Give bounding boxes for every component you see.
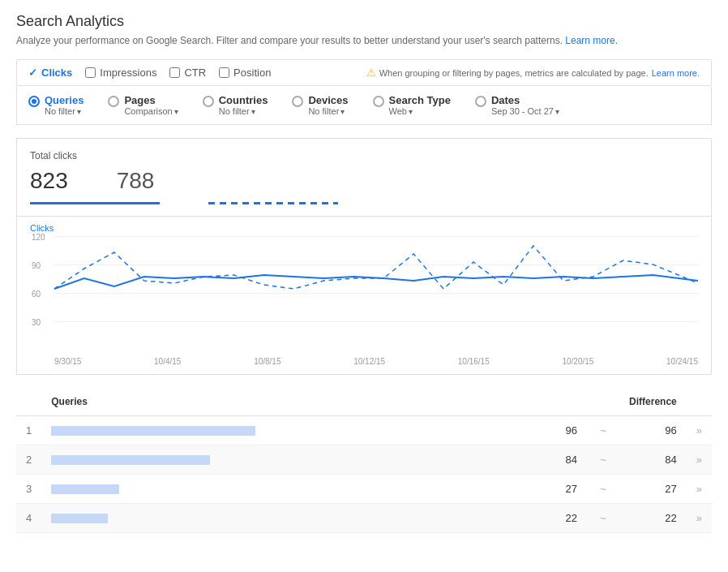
row-diff-2: 27: [619, 475, 687, 504]
groupby-devices[interactable]: Devices No filter ▾: [292, 94, 348, 116]
y-tick-60: 60: [32, 290, 41, 299]
stats-values: 823 788: [30, 168, 698, 194]
row-diff-1: 84: [619, 445, 687, 475]
dates-filter[interactable]: Sep 30 - Oct 27 ▾: [491, 106, 559, 116]
x-labels: 9/30/15 10/4/15 10/8/15 10/12/15 10/16/1…: [54, 357, 698, 366]
query-bar-wrap-0: [51, 426, 278, 436]
row-val1-3: 22: [522, 504, 587, 533]
total-clicks-label: Total clicks: [30, 150, 698, 161]
groupby-bar: Queries No filter ▾ Pages Comparison ▾ C…: [16, 86, 712, 125]
row-tilde-3: ~: [587, 504, 619, 533]
check-icon: ✓: [28, 67, 37, 79]
row-tilde-2: ~: [587, 475, 619, 504]
page-subtitle: Analyze your performance on Google Searc…: [16, 35, 712, 46]
row-diff-0: 96: [619, 416, 687, 445]
metric-ctr[interactable]: CTR: [169, 67, 206, 79]
page-title: Search Analytics: [16, 13, 712, 30]
row-arrow-3[interactable]: »: [687, 504, 712, 533]
x-label-1: 10/4/15: [154, 357, 181, 366]
metric-position[interactable]: Position: [219, 67, 271, 79]
metric-position-label: Position: [233, 67, 271, 79]
row-diff-3: 22: [619, 504, 687, 533]
queries-radio: [28, 96, 40, 107]
table-header-row: Queries Difference: [16, 388, 712, 416]
solid-line: [30, 202, 160, 204]
solid-series-line: [54, 275, 698, 289]
chart-container: 120 90 60 30 9/30/15 10/4/15 10/8/15 10/…: [30, 236, 698, 366]
groupby-countries[interactable]: Countries No filter ▾: [203, 94, 268, 116]
x-label-4: 10/16/15: [458, 357, 490, 366]
dates-arrow-icon: ▾: [555, 107, 559, 116]
metric-clicks[interactable]: ✓ Clicks: [28, 67, 72, 79]
metric-ctr-label: CTR: [184, 67, 206, 79]
metric-impressions-label: Impressions: [100, 67, 156, 79]
table-row: 3 27 ~ 27 »: [16, 475, 712, 504]
impressions-checkbox[interactable]: [85, 67, 96, 78]
chart-y-label: Clicks: [30, 223, 698, 233]
search-type-filter[interactable]: Web ▾: [389, 106, 451, 116]
x-label-6: 10/24/15: [666, 357, 698, 366]
row-val1-2: 27: [522, 475, 587, 504]
search-type-label: Search Type: [389, 94, 451, 106]
metric-clicks-label: Clicks: [41, 67, 72, 79]
row-tilde-1: ~: [587, 445, 619, 475]
devices-radio: [292, 96, 303, 107]
dates-radio: [475, 96, 486, 107]
countries-arrow-icon: ▾: [251, 107, 255, 116]
devices-filter[interactable]: No filter ▾: [308, 106, 348, 116]
col-arrow-header: [687, 388, 712, 416]
ctr-checkbox[interactable]: [169, 67, 180, 78]
warning-learn-more-link[interactable]: Learn more.: [652, 68, 700, 78]
queries-filter[interactable]: No filter ▾: [45, 106, 84, 116]
x-label-5: 10/20/15: [562, 357, 593, 366]
y-tick-120: 120: [32, 233, 45, 242]
data-table: Queries Difference 1 96 ~ 96 » 2: [16, 388, 712, 533]
devices-arrow-icon: ▾: [340, 107, 345, 116]
position-checkbox[interactable]: [219, 67, 229, 78]
table-body: 1 96 ~ 96 » 2 84 ~ 84 » 3: [16, 416, 712, 533]
subtitle-learn-more-link[interactable]: Learn more.: [565, 35, 618, 46]
col-num-header: [16, 388, 41, 416]
x-label-3: 10/12/15: [353, 357, 385, 366]
search-type-arrow-icon: ▾: [409, 107, 413, 116]
queries-label: Queries: [45, 94, 84, 106]
row-tilde-0: ~: [587, 416, 619, 445]
metrics-group: ✓ Clicks Impressions CTR Position: [28, 67, 271, 79]
groupby-queries[interactable]: Queries No filter ▾: [28, 94, 84, 116]
warning-message: ⚠ When grouping or filtering by pages, m…: [366, 67, 700, 79]
query-bar-0: [51, 426, 255, 436]
row-arrow-0[interactable]: »: [687, 416, 712, 445]
col-val1-header: [522, 388, 587, 416]
col-tilde-header: [587, 388, 619, 416]
pages-radio: [108, 96, 119, 107]
y-tick-30: 30: [32, 318, 41, 327]
groupby-pages[interactable]: Pages Comparison ▾: [108, 94, 178, 116]
queries-arrow-icon: ▾: [77, 107, 81, 116]
row-num-2: 3: [16, 475, 41, 504]
table-row: 2 84 ~ 84 »: [16, 445, 712, 475]
stats-lines: [30, 202, 698, 216]
groupby-dates[interactable]: Dates Sep 30 - Oct 27 ▾: [475, 94, 559, 116]
filter-metrics-bar: ✓ Clicks Impressions CTR Position ⚠ When…: [16, 59, 712, 86]
row-query-bar-1: [41, 445, 522, 475]
query-bar-wrap-1: [51, 455, 278, 465]
search-type-radio: [373, 96, 384, 107]
x-label-0: 9/30/15: [54, 357, 81, 366]
query-bar-2: [51, 484, 119, 494]
query-bar-wrap-3: [51, 514, 278, 523]
col-queries-header[interactable]: Queries: [41, 388, 522, 416]
row-val1-0: 96: [522, 416, 587, 445]
row-arrow-2[interactable]: »: [687, 475, 712, 504]
dashed-line: [208, 202, 338, 204]
metric-impressions[interactable]: Impressions: [85, 67, 156, 79]
query-bar-wrap-2: [51, 484, 278, 494]
row-arrow-1[interactable]: »: [687, 445, 712, 475]
chart-area: Clicks 120 90 60 30 9/30/15 10/4/15 10/8…: [16, 216, 712, 375]
pages-filter[interactable]: Comparison ▾: [124, 106, 178, 116]
groupby-search-type[interactable]: Search Type Web ▾: [373, 94, 451, 116]
countries-filter[interactable]: No filter ▾: [219, 106, 268, 116]
table-row: 1 96 ~ 96 »: [16, 416, 712, 445]
x-label-2: 10/8/15: [254, 357, 280, 366]
col-difference-header[interactable]: Difference: [619, 388, 687, 416]
countries-label: Countries: [219, 94, 268, 106]
